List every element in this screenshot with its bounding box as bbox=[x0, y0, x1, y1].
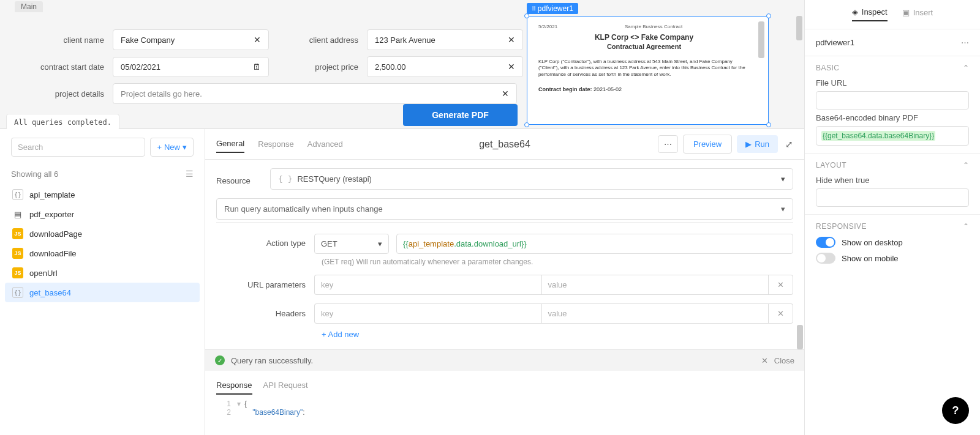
url-brace-open: {{ bbox=[403, 239, 409, 248]
query-editor-panel: General Response Advanced get_base64 ⋯ P… bbox=[205, 129, 804, 435]
project-details-placeholder: Project details go here. bbox=[121, 89, 202, 99]
query-item-label: downloadFile bbox=[29, 249, 77, 258]
generate-pdf-button[interactable]: Generate PDF bbox=[403, 104, 518, 126]
query-item-get_base64[interactable]: get_base64 bbox=[5, 283, 200, 302]
url-input[interactable]: {{api_template.data.download_url}} bbox=[396, 234, 793, 254]
more-icon[interactable]: ⋯ bbox=[658, 135, 678, 153]
inspector-component-name[interactable]: pdfviewer1 bbox=[816, 38, 854, 47]
pdf-begin-date: Contract begin date: 2021-05-02 bbox=[538, 86, 750, 92]
run-button[interactable]: ▶ Run bbox=[737, 135, 778, 153]
collapse-icon[interactable]: ⤢ bbox=[783, 136, 796, 152]
braces-icon: { } bbox=[278, 174, 292, 184]
project-details-input[interactable]: Project details go here. ✕ bbox=[113, 83, 517, 104]
tab-response[interactable]: Response bbox=[258, 136, 294, 152]
clear-icon[interactable]: ✕ bbox=[508, 62, 515, 72]
chevron-up-icon[interactable]: ⌃ bbox=[963, 222, 970, 231]
url-param-value-input[interactable]: value bbox=[541, 275, 769, 295]
client-name-input[interactable]: Fake Company ✕ bbox=[113, 29, 269, 50]
query-item-downloadFile[interactable]: downloadFile bbox=[5, 244, 200, 263]
pdf-subtitle: Contractual Agreement bbox=[538, 43, 750, 50]
client-address-input[interactable]: 123 Park Avenue ✕ bbox=[367, 29, 523, 50]
js-icon bbox=[12, 248, 23, 259]
resize-handle[interactable] bbox=[766, 122, 771, 127]
url-object: api_template bbox=[409, 239, 454, 248]
tab-advanced[interactable]: Advanced bbox=[307, 136, 343, 152]
tab-general[interactable]: General bbox=[216, 135, 244, 153]
b64-value: {{get_base64.data.base64Binary}} bbox=[821, 131, 935, 141]
tab-inspect[interactable]: ◈ Inspect bbox=[852, 7, 888, 21]
resize-handle[interactable] bbox=[766, 13, 771, 18]
query-item-pdf_exporter[interactable]: pdf_exporter bbox=[5, 204, 200, 224]
layers-icon: ◈ bbox=[852, 7, 858, 17]
calendar-icon[interactable]: 🗓 bbox=[253, 62, 261, 72]
clear-icon[interactable]: ✕ bbox=[508, 35, 515, 45]
play-icon: ▶ bbox=[745, 139, 752, 149]
chevron-down-icon: ▾ bbox=[183, 143, 187, 152]
editor-tabs: General Response Advanced get_base64 ⋯ P… bbox=[205, 129, 804, 160]
pdfviewer-component[interactable]: pdfviewer1 5/2/2021 Sample Business Cont… bbox=[527, 16, 769, 125]
query-item-label: pdf_exporter bbox=[29, 210, 74, 219]
show-desktop-toggle[interactable] bbox=[816, 237, 835, 248]
chevron-up-icon[interactable]: ⌃ bbox=[963, 64, 970, 72]
url-params-label: URL parameters bbox=[216, 280, 314, 289]
new-button[interactable]: + New ▾ bbox=[150, 138, 194, 157]
header-value-input[interactable]: value bbox=[541, 303, 769, 324]
show-desktop-label: Show on desktop bbox=[842, 238, 903, 247]
delete-row-button[interactable]: ✕ bbox=[769, 303, 793, 324]
file-url-input[interactable] bbox=[816, 91, 969, 110]
close-result-button[interactable]: ✕ Close bbox=[761, 356, 794, 365]
add-new-button[interactable]: + Add new bbox=[322, 330, 793, 339]
plus-icon: + bbox=[157, 143, 162, 152]
tab-insert[interactable]: ▣ Insert bbox=[902, 7, 933, 21]
method-select[interactable]: GET ▾ bbox=[314, 234, 389, 254]
url-param-key-input[interactable]: key bbox=[314, 275, 541, 295]
query-list: api_templatepdf_exporterdownloadPagedown… bbox=[0, 182, 205, 305]
component-handle[interactable]: pdfviewer1 bbox=[527, 3, 578, 14]
query-item-label: get_base64 bbox=[29, 288, 71, 297]
query-item-openUrl[interactable]: openUrl bbox=[5, 263, 200, 283]
resource-select[interactable]: { }RESTQuery (restapi) ▾ bbox=[270, 168, 793, 190]
close-icon: ✕ bbox=[761, 356, 768, 365]
search-input[interactable]: Search bbox=[11, 138, 145, 157]
query-item-downloadPage[interactable]: downloadPage bbox=[5, 224, 200, 244]
contract-start-input[interactable]: 05/02/2021 🗓 bbox=[113, 57, 269, 77]
inspector-basic: BASIC⌃ File URL Base64-encoded binary PD… bbox=[805, 56, 980, 154]
close-label: Close bbox=[774, 356, 794, 365]
resource-label: Resource bbox=[216, 173, 270, 185]
contract-start-value: 05/02/2021 bbox=[121, 62, 160, 72]
pdf-page: 5/2/2021 Sample Business Contract KLP Co… bbox=[532, 21, 756, 119]
editor-scrollbar[interactable] bbox=[797, 325, 803, 349]
hide-when-true-input[interactable] bbox=[816, 188, 969, 207]
section-basic-title: BASIC bbox=[816, 64, 840, 72]
resize-handle[interactable] bbox=[524, 122, 529, 127]
show-mobile-toggle[interactable] bbox=[816, 253, 835, 264]
pdf-title: KLP Corp <> Fake Company bbox=[538, 33, 750, 42]
pdf-date: 5/2/2021 bbox=[538, 24, 557, 29]
result-tab-response[interactable]: Response bbox=[216, 377, 252, 395]
query-item-api_template[interactable]: api_template bbox=[5, 185, 200, 204]
clear-icon[interactable]: ✕ bbox=[502, 89, 509, 99]
resize-handle[interactable] bbox=[524, 13, 529, 18]
action-hint: (GET req) Will run automatically wheneve… bbox=[322, 258, 793, 266]
canvas-tab-main[interactable]: Main bbox=[15, 1, 43, 12]
delete-row-button[interactable]: ✕ bbox=[769, 275, 793, 295]
project-price-input[interactable]: 2,500.00 ✕ bbox=[367, 56, 523, 77]
json-output[interactable]: 1▾{ 2 "base64Binary": bbox=[205, 395, 804, 422]
query-item-label: api_template bbox=[29, 190, 75, 199]
filter-icon[interactable]: ☰ bbox=[186, 169, 194, 179]
b64-input[interactable]: {{get_base64.data.base64Binary}} bbox=[816, 126, 969, 146]
header-key-input[interactable]: key bbox=[314, 303, 541, 324]
result-tab-api[interactable]: API Request bbox=[263, 377, 308, 395]
b64-label: Base64-encoded binary PDF bbox=[816, 113, 969, 122]
more-icon[interactable]: ⋯ bbox=[961, 38, 969, 47]
query-title[interactable]: get_base64 bbox=[479, 139, 530, 150]
clear-icon[interactable]: ✕ bbox=[254, 35, 261, 45]
auto-run-select[interactable]: Run query automatically when inputs chan… bbox=[216, 198, 793, 220]
chevron-up-icon[interactable]: ⌃ bbox=[963, 161, 970, 169]
help-button[interactable]: ? bbox=[942, 397, 969, 424]
canvas-scrollbar[interactable] bbox=[796, 16, 802, 40]
query-item-label: openUrl bbox=[29, 269, 58, 278]
preview-button[interactable]: Preview bbox=[683, 135, 732, 154]
pdf-scrollbar[interactable] bbox=[758, 21, 764, 58]
check-icon: ✓ bbox=[215, 355, 225, 365]
